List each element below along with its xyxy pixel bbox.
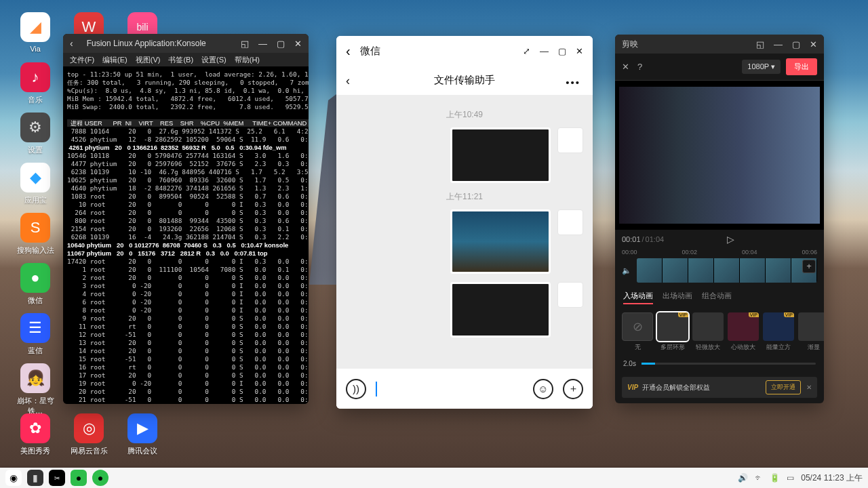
export-button[interactable]: 导出 (786, 58, 817, 75)
fx-item[interactable]: 轻微放大 (692, 312, 724, 352)
vip-banner: VIP 开通会员解锁全部权益 立即开通 ✕ (622, 377, 817, 398)
avatar[interactable] (557, 282, 583, 308)
wechat-chat-body[interactable]: 上午10:49 上午11:21 (336, 96, 593, 368)
timeline[interactable]: 🔈 + (615, 256, 824, 285)
minimize-icon[interactable]: — (774, 39, 783, 49)
konsole-menubar: 文件(F) 编辑(E) 视图(V) 书签(B) 设置(S) 帮助(H) (63, 53, 309, 66)
clip-thumb (688, 258, 714, 283)
clip-thumb (740, 258, 766, 283)
maximize-icon[interactable]: ▢ (277, 39, 285, 49)
konsole-titlebar[interactable]: ‹ Fusion Linux Application:Konsole ◱ — ▢… (63, 34, 309, 53)
app-settings[interactable]: ⚙设置 (15, 113, 56, 160)
taskbar-capcut[interactable]: ✂ (49, 470, 65, 486)
menu-view[interactable]: 视图(V) (136, 55, 161, 65)
menu-settings[interactable]: 设置(S) (201, 55, 226, 65)
minimize-icon[interactable]: — (258, 39, 267, 49)
app-honkai[interactable]: 👧崩坏：星穹铁… (15, 363, 56, 411)
app-tencent-meeting[interactable]: ▶腾讯会议 (122, 413, 163, 461)
back-icon[interactable]: ‹ (70, 38, 73, 49)
restore-icon[interactable]: ◱ (241, 39, 249, 49)
time-stamp: 上午11:21 (346, 191, 583, 203)
taskbar-wechat[interactable]: ● (92, 470, 108, 486)
minimize-icon[interactable]: — (540, 46, 549, 56)
tab-combo-anim[interactable]: 组合动画 (702, 291, 732, 304)
avatar[interactable] (557, 209, 583, 235)
terminal-output[interactable]: top - 11:23:50 up 51 min, 1 user, load a… (63, 66, 309, 404)
wechat-title: 微信 (360, 45, 380, 58)
mute-icon[interactable]: 🔈 (622, 266, 631, 275)
back-icon[interactable]: ‹ (346, 43, 351, 59)
editor-title: 剪映 (622, 39, 638, 50)
app-wechat[interactable]: ●微信 (15, 263, 56, 310)
fx-list: ⊘无 VIP多层环形 轻微放大 VIP心动放大 VIP能量立方 渐显 2024 (615, 310, 824, 354)
video-track[interactable]: + (637, 258, 817, 283)
message-image[interactable] (450, 282, 551, 338)
vip-close-icon[interactable]: ✕ (806, 384, 812, 391)
message-input[interactable] (376, 382, 524, 396)
resolution-dropdown[interactable]: 1080P ▾ (742, 60, 781, 74)
animation-tabs: 入场动画 出场动画 组合动画 (615, 285, 824, 310)
menu-bookmarks[interactable]: 书签(B) (168, 55, 193, 65)
app-music[interactable]: ♪音乐 (15, 62, 56, 110)
menu-help[interactable]: 帮助(H) (235, 55, 260, 65)
volume-icon[interactable]: 🔊 (738, 473, 748, 483)
avatar[interactable] (557, 127, 583, 153)
voice-icon[interactable]: )) (346, 379, 366, 399)
tab-out-anim[interactable]: 出场动画 (663, 291, 692, 304)
taskbar-launcher[interactable]: ◉ (5, 470, 22, 486)
battery-icon[interactable]: 🔋 (770, 473, 780, 483)
vip-cta-button[interactable]: 立即开通 (766, 380, 801, 394)
taskbar: ◉ ▮ ✂ ● ● 🔊 ᯤ 🔋 ▭ 05/24 11:23 上午 (0, 468, 868, 488)
app-appstore[interactable]: ◆应用宝 (15, 163, 56, 210)
message-row (346, 209, 583, 274)
wechat-titlebar[interactable]: ‹ 微信 ⤢ — ▢ ✕ (336, 36, 593, 66)
editor-titlebar[interactable]: 剪映 ◱ — ▢ ✕ (615, 35, 824, 54)
taskbar-terminal[interactable]: ▮ (27, 470, 43, 486)
plus-icon[interactable]: ＋ (563, 379, 583, 399)
time-total: 01:04 (646, 235, 665, 243)
close-icon[interactable]: ✕ (810, 39, 817, 49)
close-icon[interactable]: ✕ (576, 46, 583, 56)
fx-item[interactable]: VIP能量立方 (763, 312, 794, 352)
emoji-icon[interactable]: ☺ (533, 379, 553, 399)
clock[interactable]: 05/24 11:23 上午 (801, 472, 863, 484)
app-netease[interactable]: ◎网易云音乐 (68, 413, 109, 461)
message-image[interactable] (450, 127, 551, 183)
meitu-icon: ✿ (20, 413, 50, 443)
fx-item[interactable]: VIP多层环形 (657, 312, 688, 352)
restore-icon[interactable]: ◱ (756, 39, 764, 49)
playback-bar: 00:01 / 01:04 ▷ (615, 230, 824, 249)
app-sogou[interactable]: S搜狗输入法 (15, 213, 56, 260)
message-image[interactable] (450, 209, 551, 274)
menu-file[interactable]: 文件(F) (70, 55, 94, 65)
maximize-icon[interactable]: ▢ (792, 39, 800, 49)
maximize-icon[interactable]: ▢ (558, 46, 566, 56)
app-meitu[interactable]: ✿美图秀秀 (15, 413, 56, 461)
panel-close-icon[interactable]: ✕ (622, 62, 629, 72)
chat-back-icon[interactable]: ‹ (346, 74, 350, 88)
wifi-icon[interactable]: ᯤ (755, 473, 763, 483)
video-preview[interactable] (615, 81, 824, 230)
editor-topbar: ✕ ? 1080P ▾ 导出 (615, 54, 824, 81)
tab-in-anim[interactable]: 入场动画 (623, 291, 653, 304)
add-track-button[interactable]: + (802, 260, 816, 273)
expand-icon[interactable]: ⤢ (523, 46, 530, 56)
duration-row: 2.0s (615, 354, 824, 373)
chevron-down-icon[interactable]: ⌄ (810, 401, 816, 403)
app-via[interactable]: ◢Via (15, 12, 56, 60)
panel-footer[interactable]: 动画 ⌄ (615, 398, 824, 403)
fx-item[interactable]: VIP心动放大 (728, 312, 759, 352)
help-icon[interactable]: ? (637, 62, 642, 72)
appstore-icon: ◆ (20, 163, 50, 192)
tray-icon[interactable]: ▭ (787, 473, 794, 483)
chat-menu-icon[interactable]: ••• (566, 77, 580, 88)
duration-slider[interactable] (642, 363, 816, 365)
fx-item[interactable]: 渐显 (798, 312, 824, 352)
via-icon: ◢ (20, 12, 50, 42)
taskbar-app[interactable]: ● (71, 470, 87, 486)
menu-edit[interactable]: 编辑(E) (102, 55, 127, 65)
app-lanxin[interactable]: ☰蓝信 (15, 313, 56, 361)
play-icon[interactable]: ▷ (727, 234, 734, 245)
close-icon[interactable]: ✕ (294, 39, 302, 49)
fx-none[interactable]: ⊘无 (622, 312, 653, 352)
